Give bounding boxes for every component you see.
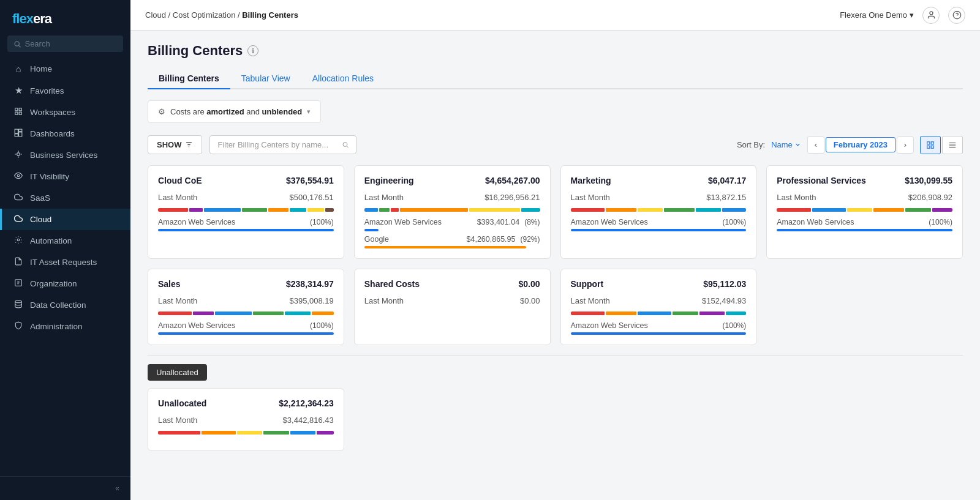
unallocated-section: Unallocated Unallocated $2,212,364.23 La…	[148, 355, 963, 451]
help-btn[interactable]	[948, 7, 965, 24]
list-view-icon	[948, 141, 957, 149]
sidebar-item-home[interactable]: ⌂ Home	[0, 58, 130, 80]
svg-rect-7	[19, 129, 22, 132]
sidebar-item-business-services[interactable]: Business Services	[0, 144, 130, 166]
nav-menu: ⌂ Home ★ Favorites Workspaces Dashboards…	[0, 58, 130, 476]
svg-point-15	[930, 12, 933, 15]
sidebar-item-cloud[interactable]: Cloud	[0, 209, 130, 230]
date-prev-btn[interactable]: ‹	[807, 136, 824, 154]
search-icon	[13, 40, 21, 48]
account-name: Flexera One Demo	[840, 10, 907, 20]
sidebar-item-label: IT Visibility	[30, 172, 69, 181]
filter-input[interactable]	[217, 140, 337, 149]
svg-rect-23	[927, 141, 930, 144]
sidebar-item-label: Business Services	[30, 151, 97, 160]
svg-line-1	[19, 45, 21, 47]
service-row: Amazon Web Services (100%)	[777, 218, 952, 226]
svg-rect-8	[15, 134, 18, 136]
card-amount: $0.00	[518, 279, 540, 289]
svg-rect-5	[19, 112, 21, 114]
sidebar-collapse-btn[interactable]: «	[0, 476, 130, 500]
sidebar-item-saas[interactable]: SaaS	[0, 187, 130, 209]
dashboard-icon	[13, 129, 24, 139]
tab-billing-centers[interactable]: Billing Centers	[148, 69, 230, 89]
card-lastmonth: Last Month $152,494.93	[571, 296, 747, 305]
color-bar	[158, 208, 334, 212]
sidebar-item-dashboards[interactable]: Dashboards	[0, 123, 130, 144]
account-selector[interactable]: Flexera One Demo ▾	[840, 10, 914, 20]
sidebar-item-label: Favorites	[30, 86, 64, 95]
svg-rect-6	[15, 129, 18, 133]
billing-card-cloud-coe: Cloud CoE $376,554.91 Last Month $500,17…	[148, 165, 344, 259]
account-chevron-icon: ▾	[910, 10, 914, 20]
card-amount: $95,112.03	[703, 279, 746, 289]
svg-point-10	[17, 153, 20, 156]
card-name: Unallocated	[158, 398, 206, 408]
app-logo: flexera	[0, 0, 130, 35]
search-bar[interactable]	[7, 35, 123, 52]
svg-point-12	[17, 239, 20, 241]
user-profile-btn[interactable]	[922, 7, 940, 24]
card-amount: $4,654,267.00	[485, 176, 540, 185]
tab-tabular-view[interactable]: Tabular View	[230, 69, 301, 89]
service-row: Amazon Web Services $393,401.04 (8%)	[364, 218, 540, 226]
svg-line-22	[347, 146, 349, 148]
card-amount: $130,099.55	[905, 176, 952, 185]
unallocated-btn[interactable]: Unallocated	[148, 364, 207, 381]
top-bar-right: Flexera One Demo ▾	[840, 7, 965, 24]
date-next-btn[interactable]: ›	[897, 136, 914, 154]
svg-rect-26	[931, 146, 933, 148]
controls-left: SHOW	[148, 135, 356, 154]
sidebar-item-administration[interactable]: Administration	[0, 316, 130, 337]
color-bar	[158, 312, 334, 315]
sort-chevron-icon	[794, 141, 801, 148]
controls-row: SHOW Sort By: Name ‹ February 2023 ›	[148, 135, 963, 154]
svg-rect-25	[927, 146, 930, 148]
sidebar-item-it-asset-requests[interactable]: IT Asset Requests	[0, 252, 130, 273]
card-lastmonth: Last Month $206,908.92	[777, 193, 952, 202]
sidebar-item-organization[interactable]: Organization	[0, 273, 130, 294]
card-amount: $238,314.97	[286, 279, 334, 289]
color-bar	[571, 312, 747, 315]
cost-type-bar[interactable]: ⚙ Costs are amortized and unblended ▾	[148, 100, 321, 123]
card-name: Cloud CoE	[158, 176, 202, 185]
date-label: February 2023	[826, 137, 895, 152]
sidebar-item-label: Home	[30, 64, 52, 73]
saas-icon	[13, 193, 24, 203]
cloud-icon	[13, 214, 24, 225]
sidebar-item-label: SaaS	[30, 193, 50, 203]
business-icon	[13, 150, 24, 160]
card-amount: $376,554.91	[286, 176, 334, 185]
list-view-btn[interactable]	[942, 136, 963, 154]
card-name: Support	[571, 279, 604, 289]
data-icon	[13, 300, 24, 310]
svg-point-0	[15, 41, 19, 45]
sort-by-label: Sort By:	[737, 140, 765, 149]
page-title: Billing Centers	[148, 43, 243, 59]
sidebar-item-automation[interactable]: Automation	[0, 230, 130, 252]
sidebar-item-workspaces[interactable]: Workspaces	[0, 102, 130, 123]
card-lastmonth: Last Month $500,176.51	[158, 193, 334, 202]
svg-rect-4	[15, 112, 18, 114]
search-input[interactable]	[24, 39, 117, 48]
filter-input-wrapper[interactable]	[209, 135, 356, 154]
tab-allocation-rules[interactable]: Allocation Rules	[301, 69, 385, 89]
billing-card-unallocated: Unallocated $2,212,364.23 Last Month $3,…	[148, 388, 344, 451]
org-icon	[13, 278, 24, 289]
sidebar-item-label: Dashboards	[30, 129, 75, 138]
card-lastmonth: Last Month $16,296,956.21	[364, 193, 540, 202]
card-amount: $6,047.17	[708, 176, 746, 185]
show-button[interactable]: SHOW	[148, 135, 202, 154]
breadcrumb-current: Billing Centers	[242, 10, 298, 20]
sidebar-item-label: Administration	[30, 322, 83, 331]
sidebar-item-data-collection[interactable]: Data Collection	[0, 294, 130, 316]
filter-icon	[185, 141, 193, 149]
grid-view-btn[interactable]	[920, 136, 941, 154]
sidebar-item-favorites[interactable]: ★ Favorites	[0, 80, 130, 102]
info-icon[interactable]: ℹ	[247, 45, 258, 56]
service-row: Amazon Web Services (100%)	[571, 321, 747, 330]
sort-name-btn[interactable]: Name	[771, 140, 801, 149]
breadcrumb-prefix: Cloud / Cost Optimization /	[145, 10, 242, 20]
page-title-row: Billing Centers ℹ	[148, 43, 963, 59]
sidebar-item-it-visibility[interactable]: IT Visibility	[0, 166, 130, 187]
